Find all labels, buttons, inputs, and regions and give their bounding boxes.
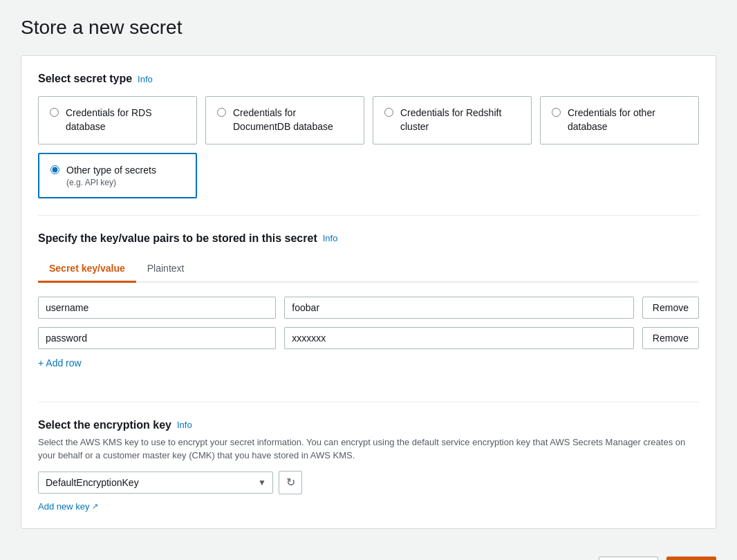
secret-type-info-link[interactable]: Info: [138, 74, 153, 84]
tab-plaintext[interactable]: Plaintext: [136, 256, 196, 283]
encryption-select-wrapper: DefaultEncryptionKey aws/secretsmanager …: [38, 472, 273, 494]
encryption-description: Select the AWS KMS key to use to encrypt…: [38, 436, 699, 463]
kv-key-2[interactable]: [38, 327, 276, 349]
add-new-key-label: Add new key: [38, 501, 89, 512]
tab-kv[interactable]: Secret key/value: [38, 256, 136, 283]
encryption-title: Select the encryption key: [38, 419, 171, 431]
secret-type-grid: Credentials for RDS database Credentials…: [38, 96, 699, 144]
kv-row-1: Remove: [38, 297, 699, 319]
kv-section-header: Specify the key/value pairs to be stored…: [38, 232, 699, 245]
option-other[interactable]: Other type of secrets (e.g. API key): [38, 153, 197, 198]
other-type-row: Other type of secrets (e.g. API key): [38, 153, 699, 198]
encryption-key-select[interactable]: DefaultEncryptionKey aws/secretsmanager: [38, 472, 273, 494]
option-other-label: Other type of secrets: [66, 164, 156, 178]
tabs-container: Secret key/value Plaintext: [38, 256, 699, 283]
secret-type-header: Select secret type Info: [38, 73, 699, 85]
divider-1: [38, 215, 699, 216]
cancel-button[interactable]: Cancel: [599, 557, 658, 560]
add-row-link[interactable]: + Add row: [38, 357, 82, 368]
page-title: Store a new secret: [21, 17, 716, 39]
option-redshift[interactable]: Credentials for Redshift cluster: [373, 96, 532, 144]
option-other-db-label: Credentials for other database: [568, 106, 687, 133]
kv-value-2[interactable]: [284, 327, 634, 349]
kv-rows: Remove Remove: [38, 297, 699, 349]
option-redshift-label: Credentials for Redshift cluster: [400, 106, 520, 133]
remove-btn-2[interactable]: Remove: [642, 327, 699, 349]
kv-section-title: Specify the key/value pairs to be stored…: [38, 232, 317, 245]
radio-documentdb[interactable]: [217, 108, 226, 117]
add-new-key-link[interactable]: Add new key ↗: [38, 501, 699, 512]
option-documentdb-label: Credentials for DocumentDB database: [233, 106, 353, 133]
radio-rds[interactable]: [50, 108, 59, 117]
option-other-labels: Other type of secrets (e.g. API key): [66, 164, 156, 187]
encryption-header: Select the encryption key Info: [38, 419, 699, 431]
encryption-section: Select the encryption key Info Select th…: [38, 419, 699, 512]
radio-other-db[interactable]: [552, 108, 561, 117]
kv-value-1[interactable]: [284, 297, 634, 319]
option-rds-label: Credentials for RDS database: [66, 106, 185, 133]
radio-redshift[interactable]: [384, 108, 393, 117]
kv-key-1[interactable]: [38, 297, 276, 319]
refresh-icon: ↻: [286, 476, 295, 489]
radio-other[interactable]: [50, 165, 59, 174]
remove-btn-1[interactable]: Remove: [642, 297, 699, 319]
kv-info-link[interactable]: Info: [323, 233, 338, 243]
refresh-button[interactable]: ↻: [279, 471, 302, 494]
encryption-info-link[interactable]: Info: [177, 420, 192, 430]
secret-type-title: Select secret type: [38, 73, 132, 85]
encryption-key-row: DefaultEncryptionKey aws/secretsmanager …: [38, 471, 699, 494]
option-rds[interactable]: Credentials for RDS database: [38, 96, 197, 144]
kv-row-2: Remove: [38, 327, 699, 349]
footer-actions: Cancel Next: [0, 545, 737, 560]
option-other-db[interactable]: Credentials for other database: [540, 96, 699, 144]
option-other-sublabel: (e.g. API key): [66, 178, 156, 187]
main-card: Select secret type Info Credentials for …: [21, 55, 716, 529]
page-container: Store a new secret Select secret type In…: [0, 0, 737, 545]
external-link-icon: ↗: [92, 502, 98, 511]
divider-2: [38, 402, 699, 402]
next-button[interactable]: Next: [666, 557, 716, 560]
option-documentdb[interactable]: Credentials for DocumentDB database: [205, 96, 364, 144]
